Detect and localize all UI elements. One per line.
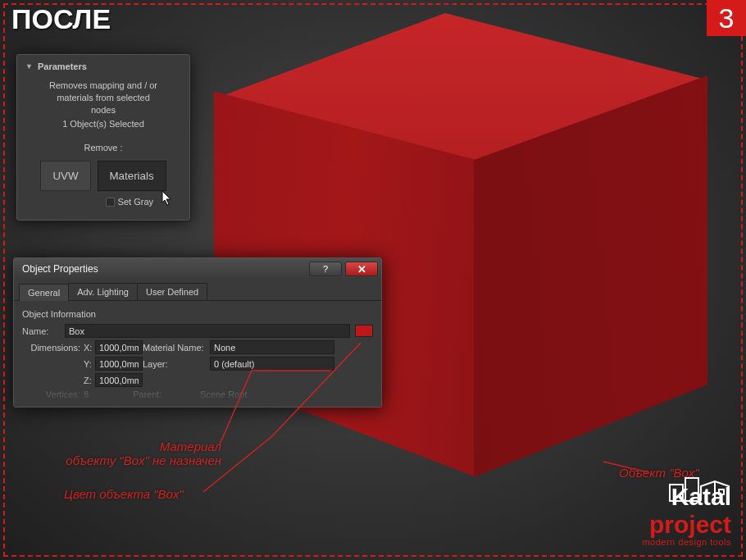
dimensions-label: Dimensions: (22, 343, 84, 353)
dim-y-field[interactable] (95, 357, 143, 371)
layer-label: Layer: (143, 359, 210, 369)
layer-field[interactable] (210, 357, 334, 371)
remove-label: Remove : (27, 142, 180, 154)
cursor-icon (161, 190, 176, 207)
annotation-color: Цвет объекта "Box" (64, 487, 184, 501)
name-label: Name: (22, 326, 65, 336)
object-properties-dialog: Object Properties ? ✕ General Adv. Light… (13, 257, 382, 407)
object-information-label: Object Information (22, 309, 373, 319)
set-gray-checkbox[interactable] (106, 198, 115, 207)
svg-rect-3 (719, 489, 724, 494)
object-color-swatch[interactable] (355, 325, 373, 337)
dim-x-field[interactable] (95, 340, 143, 354)
dim-z-field[interactable] (95, 373, 143, 387)
brand-name-2: project (649, 511, 731, 538)
parent-value: Scene Root (200, 389, 247, 399)
vertices-label: Vertices: (22, 389, 84, 399)
close-button[interactable]: ✕ (345, 262, 378, 276)
annotation-material: Материал объекту "Box" не назначен (33, 439, 221, 467)
parameters-header[interactable]: ▼ Parameters (17, 60, 189, 76)
help-button[interactable]: ? (309, 262, 342, 276)
parameters-desc-2: materials from selected (27, 92, 180, 104)
step-badge: 3 (707, 0, 746, 36)
brand-subtitle: modern design tools (642, 537, 731, 547)
dialog-titlebar[interactable]: Object Properties ? ✕ (14, 258, 381, 280)
parameters-title: Parameters (38, 61, 87, 71)
material-name-label: Material Name: (143, 343, 210, 353)
material-name-field[interactable] (210, 340, 334, 354)
overlay-title: ПОСЛЕ (11, 3, 111, 35)
buildings-icon (667, 473, 731, 503)
tab-general[interactable]: General (19, 284, 69, 301)
uvw-button[interactable]: UVW (40, 161, 90, 191)
svg-rect-0 (670, 485, 683, 501)
dialog-tabs: General Adv. Lighting User Defined (14, 280, 381, 301)
dialog-title: Object Properties (22, 263, 98, 275)
parent-label: Parent: (133, 389, 200, 399)
parameters-desc-1: Removes mapping and / or (27, 80, 180, 92)
materials-button[interactable]: Materials (98, 161, 166, 191)
set-gray-label: Set Gray (118, 196, 153, 208)
tab-user-defined[interactable]: User Defined (137, 283, 207, 300)
dim-x-label: X: (84, 343, 95, 353)
vertices-value: 8 (84, 389, 133, 399)
collapse-arrow-icon: ▼ (25, 62, 33, 71)
brand-logo: Katal project modern design tools (642, 483, 731, 547)
tab-adv-lighting[interactable]: Adv. Lighting (68, 283, 138, 300)
name-field[interactable] (65, 324, 350, 338)
dim-y-label: Y: (84, 359, 95, 369)
parameters-desc-3: nodes (27, 104, 180, 116)
svg-rect-1 (685, 478, 698, 501)
dim-z-label: Z: (84, 376, 95, 385)
parameters-selected: 1 Object(s) Selected (27, 118, 180, 130)
